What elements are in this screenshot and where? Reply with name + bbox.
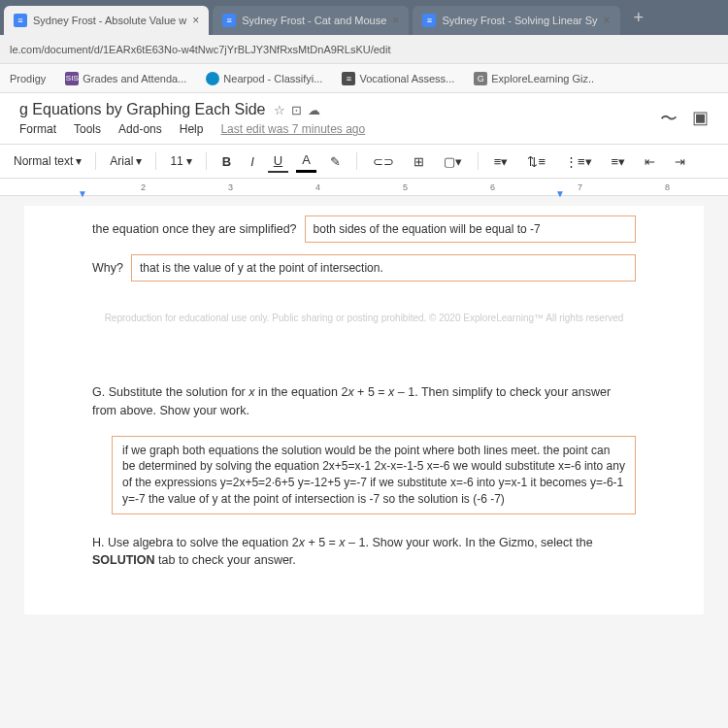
bookmark-label: Nearpod - Classifyi...	[223, 73, 322, 84]
star-icon[interactable]: ☆	[274, 103, 285, 117]
move-icon[interactable]: ⊡	[291, 103, 302, 117]
comment-icon[interactable]: ▣	[692, 107, 709, 130]
document-canvas[interactable]: the equation once they are simplified? b…	[0, 196, 728, 728]
close-icon[interactable]: ×	[192, 14, 199, 27]
tab-title: Sydney Frost - Solving Linear Sy	[442, 15, 597, 26]
ruler-tick: 7	[578, 182, 582, 192]
nearpod-icon	[206, 72, 219, 85]
image-button[interactable]: ▢▾	[438, 151, 468, 172]
menu-format[interactable]: Format	[19, 122, 56, 136]
bookmark-vocational[interactable]: ≡ Vocational Assess...	[342, 72, 454, 85]
question-text: Use algebra to solve the equation 2x + 5…	[92, 536, 593, 568]
bulleted-list-button[interactable]: ≡▾	[606, 151, 632, 172]
indent-increase-button[interactable]: ⇥	[669, 151, 691, 172]
activity-icon[interactable]: 〜	[660, 107, 678, 130]
question-g: G. Substitute the solution for x in the …	[92, 383, 636, 420]
align-button[interactable]: ≡▾	[488, 151, 514, 172]
document-page[interactable]: the equation once they are simplified? b…	[24, 206, 704, 614]
tab-3[interactable]: ≡ Sydney Frost - Solving Linear Sy ×	[413, 6, 619, 35]
menu-help[interactable]: Help	[180, 122, 204, 136]
url-bar[interactable]: le.com/document/d/1EARx6tE63No-w4tNwc7jY…	[0, 35, 728, 64]
menu-addons[interactable]: Add-ons	[118, 122, 162, 136]
indent-marker-icon[interactable]: ▼	[78, 188, 87, 199]
highlight-button[interactable]: ✎	[324, 151, 347, 172]
question-text: Why?	[92, 259, 123, 278]
question-text: the equation once they are simplified?	[92, 220, 297, 239]
bookmark-label: Vocational Assess...	[359, 73, 454, 84]
bold-button[interactable]: B	[216, 151, 237, 172]
bookmark-prodigy[interactable]: Prodigy	[10, 73, 46, 84]
docs-icon: ≡	[14, 14, 27, 27]
line-spacing-button[interactable]: ⇅≡	[521, 151, 551, 172]
ruler-tick: 2	[141, 182, 146, 192]
bookmark-label: Prodigy	[10, 73, 46, 84]
indent-decrease-button[interactable]: ⇤	[639, 151, 661, 172]
chevron-down-icon: ▾	[186, 154, 192, 168]
close-icon[interactable]: ×	[604, 14, 611, 27]
answer-box[interactable]: both sides of the equation will be equal…	[305, 215, 636, 243]
bookmarks-bar: Prodigy SIS Grades and Attenda... Nearpo…	[0, 64, 728, 93]
ruler-tick: 4	[315, 182, 320, 192]
last-edit-link[interactable]: Last edit was 7 minutes ago	[220, 122, 365, 136]
url-text: le.com/document/d/1EARx6tE63No-w4tNwc7jY…	[10, 44, 391, 55]
bookmark-label: ExploreLearning Giz..	[491, 73, 594, 84]
bookmark-label: Grades and Attenda...	[83, 73, 186, 84]
tab-2[interactable]: ≡ Sydney Frost - Cat and Mouse ×	[213, 6, 409, 35]
question-label: H.	[92, 536, 105, 549]
close-icon[interactable]: ×	[392, 14, 399, 27]
ruler-tick: 6	[490, 182, 495, 192]
ruler-tick: 8	[665, 182, 670, 192]
g-icon: G	[474, 72, 487, 85]
bookmark-grades[interactable]: SIS Grades and Attenda...	[65, 72, 186, 85]
sis-icon: SIS	[65, 72, 79, 85]
formatting-toolbar: Normal text ▾ Arial ▾ 11 ▾ B I U A ✎ ⊂⊃ …	[0, 144, 728, 179]
comment-button[interactable]: ⊞	[408, 151, 430, 172]
menu-bar: Format Tools Add-ons Help Last edit was …	[19, 122, 660, 136]
tab-title: Sydney Frost - Cat and Mouse	[242, 15, 386, 26]
cloud-icon[interactable]: ☁	[308, 103, 320, 117]
underline-button[interactable]: U	[268, 150, 288, 173]
docs-icon: ≡	[422, 14, 436, 27]
numbered-list-button[interactable]: ⋮≡▾	[559, 151, 598, 172]
question-text: Substitute the solution for x in the equ…	[92, 385, 611, 417]
question-label: G.	[92, 385, 105, 399]
bookmark-nearpod[interactable]: Nearpod - Classifyi...	[206, 72, 322, 85]
browser-tabs-bar: ≡ Sydney Frost - Absolute Value w × ≡ Sy…	[0, 0, 728, 35]
tab-1[interactable]: ≡ Sydney Frost - Absolute Value w ×	[4, 6, 209, 35]
font-size-select[interactable]: 11 ▾	[166, 152, 195, 170]
document-title[interactable]: g Equations by Graphing Each Side	[19, 101, 266, 118]
indent-marker-icon[interactable]: ▼	[555, 188, 565, 199]
text-color-button[interactable]: A	[296, 149, 316, 173]
chevron-down-icon: ▾	[76, 154, 82, 168]
italic-button[interactable]: I	[245, 151, 260, 172]
answer-box-g[interactable]: if we graph both equations the solution …	[112, 436, 636, 514]
docs-header: g Equations by Graphing Each Side ☆ ⊡ ☁ …	[0, 93, 728, 144]
docs-icon: ≡	[222, 14, 236, 27]
ruler-tick: 5	[403, 182, 408, 192]
paragraph-style-select[interactable]: Normal text ▾	[10, 152, 85, 170]
chevron-down-icon: ▾	[136, 154, 142, 168]
copyright-text: Reproduction for educational use only. P…	[92, 311, 636, 325]
list-icon: ≡	[342, 72, 355, 85]
link-button[interactable]: ⊂⊃	[367, 151, 400, 172]
tab-title: Sydney Frost - Absolute Value w	[33, 15, 186, 26]
ruler-tick: 3	[228, 182, 233, 192]
answer-box[interactable]: that is the value of y at the point of i…	[131, 254, 636, 281]
ruler[interactable]: ▼ 2 3 4 5 6 ▼ 7 8	[0, 179, 728, 196]
question-h: H. Use algebra to solve the equation 2x …	[92, 534, 636, 571]
bookmark-explorelearning[interactable]: G ExploreLearning Giz..	[474, 72, 594, 85]
font-select[interactable]: Arial ▾	[106, 152, 146, 170]
menu-tools[interactable]: Tools	[74, 122, 101, 136]
new-tab-button[interactable]: +	[624, 8, 654, 28]
